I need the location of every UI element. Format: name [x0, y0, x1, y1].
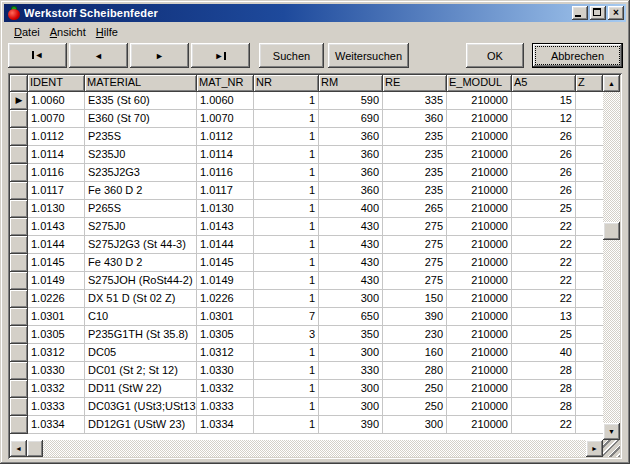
- header-material[interactable]: MATERIAL: [85, 75, 197, 92]
- cell-z[interactable]: [576, 164, 603, 182]
- cell-e-modul[interactable]: 210000: [447, 308, 512, 326]
- cell-mat-nr[interactable]: 1.0226: [197, 290, 254, 308]
- ok-button[interactable]: OK: [466, 43, 524, 68]
- table-row[interactable]: 1.0116 S235J2G3 1.0116 1 360 235 210000 …: [10, 164, 603, 182]
- cell-nr[interactable]: 1: [254, 128, 319, 146]
- cell-rm[interactable]: 300: [319, 398, 383, 416]
- cell-e-modul[interactable]: 210000: [447, 344, 512, 362]
- cell-material[interactable]: DC03G1 (USt3;USt13: [85, 398, 197, 416]
- cell-rm[interactable]: 300: [319, 290, 383, 308]
- cell-mat-nr[interactable]: 1.0332: [197, 380, 254, 398]
- maximize-button[interactable]: [590, 6, 606, 20]
- cell-a5[interactable]: 12: [512, 110, 576, 128]
- menu-hilfe[interactable]: Hilfe: [91, 24, 123, 40]
- cell-mat-nr[interactable]: 1.0060: [197, 92, 254, 110]
- cell-nr[interactable]: 1: [254, 200, 319, 218]
- cell-mat-nr[interactable]: 1.0114: [197, 146, 254, 164]
- cell-rm[interactable]: 430: [319, 236, 383, 254]
- cell-e-modul[interactable]: 210000: [447, 362, 512, 380]
- cell-a5[interactable]: 22: [512, 272, 576, 290]
- cell-e-modul[interactable]: 210000: [447, 416, 512, 434]
- cell-re[interactable]: 275: [383, 236, 447, 254]
- header-rm[interactable]: RM: [319, 75, 383, 92]
- cell-mat-nr[interactable]: 1.0305: [197, 326, 254, 344]
- cell-z[interactable]: [576, 362, 603, 380]
- cell-rm[interactable]: 360: [319, 164, 383, 182]
- table-row[interactable]: 1.0305 P235G1TH (St 35.8) 1.0305 3 350 2…: [10, 326, 603, 344]
- cell-z[interactable]: [576, 146, 603, 164]
- cell-rm[interactable]: 590: [319, 92, 383, 110]
- table-row[interactable]: 1.0130 P265S 1.0130 1 400 265 210000 25: [10, 200, 603, 218]
- cell-re[interactable]: 230: [383, 326, 447, 344]
- cell-rm[interactable]: 690: [319, 110, 383, 128]
- cell-material[interactable]: DX 51 D (St 02 Z): [85, 290, 197, 308]
- row-selector[interactable]: [10, 146, 28, 164]
- nav-last-button[interactable]: ►: [191, 43, 250, 68]
- row-selector[interactable]: ▶: [10, 92, 28, 110]
- cell-e-modul[interactable]: 210000: [447, 326, 512, 344]
- cell-re[interactable]: 275: [383, 272, 447, 290]
- table-row[interactable]: ▶ 1.0060 E335 (St 60) 1.0060 1 590 335 2…: [10, 92, 603, 110]
- cell-material[interactable]: S235J2G3: [85, 164, 197, 182]
- cell-re[interactable]: 265: [383, 200, 447, 218]
- row-selector[interactable]: [10, 200, 28, 218]
- header-a5[interactable]: A5: [512, 75, 576, 92]
- cell-e-modul[interactable]: 210000: [447, 182, 512, 200]
- cell-a5[interactable]: 28: [512, 362, 576, 380]
- table-row[interactable]: 1.0070 E360 (St 70) 1.0070 1 690 360 210…: [10, 110, 603, 128]
- table-row[interactable]: 1.0312 DC05 1.0312 1 300 160 210000 40: [10, 344, 603, 362]
- cell-z[interactable]: [576, 272, 603, 290]
- vertical-scrollbar-track[interactable]: [603, 92, 620, 423]
- cell-e-modul[interactable]: 210000: [447, 254, 512, 272]
- scroll-left-button[interactable]: ◄: [10, 440, 27, 457]
- cell-a5[interactable]: 28: [512, 398, 576, 416]
- cell-rm[interactable]: 390: [319, 416, 383, 434]
- cell-material[interactable]: DD11 (StW 22): [85, 380, 197, 398]
- table-row[interactable]: 1.0333 DC03G1 (USt3;USt13 1.0333 1 300 2…: [10, 398, 603, 416]
- cell-a5[interactable]: 15: [512, 92, 576, 110]
- cancel-button[interactable]: Abbrechen: [532, 43, 623, 68]
- table-row[interactable]: 1.0330 DC01 (St 2; St 12) 1.0330 1 330 2…: [10, 362, 603, 380]
- cell-z[interactable]: [576, 128, 603, 146]
- horizontal-scrollbar[interactable]: ◄ ►: [10, 440, 603, 457]
- header-nr[interactable]: NR: [254, 75, 319, 92]
- cell-material[interactable]: S235J0: [85, 146, 197, 164]
- row-selector[interactable]: [10, 398, 28, 416]
- cell-nr[interactable]: 3: [254, 326, 319, 344]
- row-selector[interactable]: [10, 218, 28, 236]
- cell-e-modul[interactable]: 210000: [447, 398, 512, 416]
- cell-a5[interactable]: 26: [512, 182, 576, 200]
- cell-a5[interactable]: 26: [512, 164, 576, 182]
- resize-grip[interactable]: [603, 440, 620, 457]
- cell-nr[interactable]: 1: [254, 236, 319, 254]
- cell-ident[interactable]: 1.0130: [28, 200, 85, 218]
- cell-ident[interactable]: 1.0070: [28, 110, 85, 128]
- cell-mat-nr[interactable]: 1.0112: [197, 128, 254, 146]
- cell-a5[interactable]: 25: [512, 200, 576, 218]
- cell-nr[interactable]: 1: [254, 110, 319, 128]
- cell-a5[interactable]: 26: [512, 128, 576, 146]
- row-selector[interactable]: [10, 182, 28, 200]
- cell-e-modul[interactable]: 210000: [447, 236, 512, 254]
- app-icon[interactable]: [7, 6, 21, 20]
- cell-z[interactable]: [576, 416, 603, 434]
- table-row[interactable]: 1.0332 DD11 (StW 22) 1.0332 1 300 250 21…: [10, 380, 603, 398]
- cell-re[interactable]: 275: [383, 218, 447, 236]
- cell-rm[interactable]: 360: [319, 146, 383, 164]
- cell-a5[interactable]: 22: [512, 218, 576, 236]
- table-row[interactable]: 1.0149 S275JOH (RoSt44-2) 1.0149 1 430 2…: [10, 272, 603, 290]
- row-selector[interactable]: [10, 362, 28, 380]
- vertical-scrollbar-thumb[interactable]: [603, 222, 620, 240]
- cell-nr[interactable]: 1: [254, 380, 319, 398]
- cell-re[interactable]: 250: [383, 380, 447, 398]
- search-next-button[interactable]: Weitersuchen: [328, 43, 409, 68]
- cell-material[interactable]: Fe 430 D 2: [85, 254, 197, 272]
- cell-nr[interactable]: 1: [254, 146, 319, 164]
- row-selector[interactable]: [10, 326, 28, 344]
- cell-z[interactable]: [576, 344, 603, 362]
- cell-material[interactable]: S275J0: [85, 218, 197, 236]
- cell-nr[interactable]: 1: [254, 254, 319, 272]
- cell-material[interactable]: DD12G1 (UStW 23): [85, 416, 197, 434]
- cell-nr[interactable]: 1: [254, 362, 319, 380]
- header-mat-nr[interactable]: MAT_NR: [197, 75, 254, 92]
